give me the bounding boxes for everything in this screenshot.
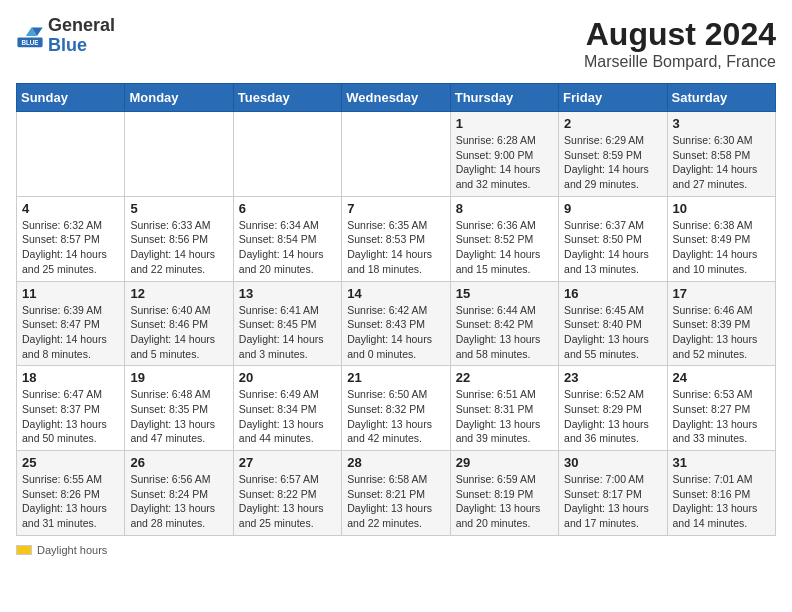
day-number: 3 (673, 116, 770, 131)
day-info: Sunrise: 6:42 AM Sunset: 8:43 PM Dayligh… (347, 303, 444, 362)
day-number: 28 (347, 455, 444, 470)
calendar-cell-2-0: 11Sunrise: 6:39 AM Sunset: 8:47 PM Dayli… (17, 281, 125, 366)
header-wednesday: Wednesday (342, 84, 450, 112)
day-info: Sunrise: 7:00 AM Sunset: 8:17 PM Dayligh… (564, 472, 661, 531)
day-info: Sunrise: 6:50 AM Sunset: 8:32 PM Dayligh… (347, 387, 444, 446)
day-number: 19 (130, 370, 227, 385)
legend: Daylight hours (16, 544, 776, 556)
day-info: Sunrise: 6:39 AM Sunset: 8:47 PM Dayligh… (22, 303, 119, 362)
calendar-cell-1-5: 9Sunrise: 6:37 AM Sunset: 8:50 PM Daylig… (559, 196, 667, 281)
day-info: Sunrise: 6:47 AM Sunset: 8:37 PM Dayligh… (22, 387, 119, 446)
day-info: Sunrise: 6:29 AM Sunset: 8:59 PM Dayligh… (564, 133, 661, 192)
calendar-cell-1-6: 10Sunrise: 6:38 AM Sunset: 8:49 PM Dayli… (667, 196, 775, 281)
day-info: Sunrise: 6:40 AM Sunset: 8:46 PM Dayligh… (130, 303, 227, 362)
day-number: 16 (564, 286, 661, 301)
logo-general-text: General (48, 15, 115, 35)
day-info: Sunrise: 6:33 AM Sunset: 8:56 PM Dayligh… (130, 218, 227, 277)
day-number: 13 (239, 286, 336, 301)
header-sunday: Sunday (17, 84, 125, 112)
header-monday: Monday (125, 84, 233, 112)
calendar-cell-4-5: 30Sunrise: 7:00 AM Sunset: 8:17 PM Dayli… (559, 451, 667, 536)
day-number: 1 (456, 116, 553, 131)
day-number: 30 (564, 455, 661, 470)
calendar-table: SundayMondayTuesdayWednesdayThursdayFrid… (16, 83, 776, 536)
calendar-cell-0-2 (233, 112, 341, 197)
calendar-cell-1-3: 7Sunrise: 6:35 AM Sunset: 8:53 PM Daylig… (342, 196, 450, 281)
calendar-cell-0-5: 2Sunrise: 6:29 AM Sunset: 8:59 PM Daylig… (559, 112, 667, 197)
day-info: Sunrise: 7:01 AM Sunset: 8:16 PM Dayligh… (673, 472, 770, 531)
day-info: Sunrise: 6:58 AM Sunset: 8:21 PM Dayligh… (347, 472, 444, 531)
day-number: 15 (456, 286, 553, 301)
day-number: 26 (130, 455, 227, 470)
calendar-cell-0-6: 3Sunrise: 6:30 AM Sunset: 8:58 PM Daylig… (667, 112, 775, 197)
calendar-cell-4-4: 29Sunrise: 6:59 AM Sunset: 8:19 PM Dayli… (450, 451, 558, 536)
day-number: 31 (673, 455, 770, 470)
header-friday: Friday (559, 84, 667, 112)
day-number: 9 (564, 201, 661, 216)
calendar-cell-2-3: 14Sunrise: 6:42 AM Sunset: 8:43 PM Dayli… (342, 281, 450, 366)
calendar-cell-1-2: 6Sunrise: 6:34 AM Sunset: 8:54 PM Daylig… (233, 196, 341, 281)
calendar-cell-0-0 (17, 112, 125, 197)
calendar-cell-1-1: 5Sunrise: 6:33 AM Sunset: 8:56 PM Daylig… (125, 196, 233, 281)
header-thursday: Thursday (450, 84, 558, 112)
calendar-cell-1-0: 4Sunrise: 6:32 AM Sunset: 8:57 PM Daylig… (17, 196, 125, 281)
day-number: 21 (347, 370, 444, 385)
calendar-cell-0-1 (125, 112, 233, 197)
location-subtitle: Marseille Bompard, France (584, 53, 776, 71)
day-info: Sunrise: 6:34 AM Sunset: 8:54 PM Dayligh… (239, 218, 336, 277)
day-number: 11 (22, 286, 119, 301)
day-info: Sunrise: 6:53 AM Sunset: 8:27 PM Dayligh… (673, 387, 770, 446)
day-number: 18 (22, 370, 119, 385)
calendar-cell-2-4: 15Sunrise: 6:44 AM Sunset: 8:42 PM Dayli… (450, 281, 558, 366)
day-info: Sunrise: 6:41 AM Sunset: 8:45 PM Dayligh… (239, 303, 336, 362)
week-row-1: 1Sunrise: 6:28 AM Sunset: 9:00 PM Daylig… (17, 112, 776, 197)
day-info: Sunrise: 6:51 AM Sunset: 8:31 PM Dayligh… (456, 387, 553, 446)
day-number: 2 (564, 116, 661, 131)
day-number: 8 (456, 201, 553, 216)
day-number: 7 (347, 201, 444, 216)
calendar-cell-2-1: 12Sunrise: 6:40 AM Sunset: 8:46 PM Dayli… (125, 281, 233, 366)
header-saturday: Saturday (667, 84, 775, 112)
day-info: Sunrise: 6:55 AM Sunset: 8:26 PM Dayligh… (22, 472, 119, 531)
legend-label: Daylight hours (37, 544, 107, 556)
day-info: Sunrise: 6:52 AM Sunset: 8:29 PM Dayligh… (564, 387, 661, 446)
calendar-cell-3-2: 20Sunrise: 6:49 AM Sunset: 8:34 PM Dayli… (233, 366, 341, 451)
calendar-cell-3-5: 23Sunrise: 6:52 AM Sunset: 8:29 PM Dayli… (559, 366, 667, 451)
calendar-cell-0-3 (342, 112, 450, 197)
calendar-cell-4-3: 28Sunrise: 6:58 AM Sunset: 8:21 PM Dayli… (342, 451, 450, 536)
calendar-cell-3-0: 18Sunrise: 6:47 AM Sunset: 8:37 PM Dayli… (17, 366, 125, 451)
calendar-cell-2-2: 13Sunrise: 6:41 AM Sunset: 8:45 PM Dayli… (233, 281, 341, 366)
calendar-cell-3-4: 22Sunrise: 6:51 AM Sunset: 8:31 PM Dayli… (450, 366, 558, 451)
logo-icon: BLUE (16, 22, 44, 50)
header-tuesday: Tuesday (233, 84, 341, 112)
day-number: 17 (673, 286, 770, 301)
calendar-cell-0-4: 1Sunrise: 6:28 AM Sunset: 9:00 PM Daylig… (450, 112, 558, 197)
day-number: 24 (673, 370, 770, 385)
day-number: 14 (347, 286, 444, 301)
day-info: Sunrise: 6:30 AM Sunset: 8:58 PM Dayligh… (673, 133, 770, 192)
day-info: Sunrise: 6:48 AM Sunset: 8:35 PM Dayligh… (130, 387, 227, 446)
calendar-cell-1-4: 8Sunrise: 6:36 AM Sunset: 8:52 PM Daylig… (450, 196, 558, 281)
legend-color-box (16, 545, 32, 555)
title-block: August 2024 Marseille Bompard, France (584, 16, 776, 71)
day-info: Sunrise: 6:56 AM Sunset: 8:24 PM Dayligh… (130, 472, 227, 531)
day-info: Sunrise: 6:49 AM Sunset: 8:34 PM Dayligh… (239, 387, 336, 446)
calendar-cell-3-1: 19Sunrise: 6:48 AM Sunset: 8:35 PM Dayli… (125, 366, 233, 451)
calendar-cell-4-2: 27Sunrise: 6:57 AM Sunset: 8:22 PM Dayli… (233, 451, 341, 536)
month-year-title: August 2024 (584, 16, 776, 53)
logo-text: General Blue (48, 16, 115, 56)
page-header: BLUE General Blue August 2024 Marseille … (16, 16, 776, 71)
logo-blue-text: Blue (48, 35, 87, 55)
day-number: 5 (130, 201, 227, 216)
calendar-cell-4-1: 26Sunrise: 6:56 AM Sunset: 8:24 PM Dayli… (125, 451, 233, 536)
day-info: Sunrise: 6:37 AM Sunset: 8:50 PM Dayligh… (564, 218, 661, 277)
calendar-header-row: SundayMondayTuesdayWednesdayThursdayFrid… (17, 84, 776, 112)
day-info: Sunrise: 6:46 AM Sunset: 8:39 PM Dayligh… (673, 303, 770, 362)
calendar-footer: Daylight hours (16, 544, 776, 556)
week-row-3: 11Sunrise: 6:39 AM Sunset: 8:47 PM Dayli… (17, 281, 776, 366)
week-row-4: 18Sunrise: 6:47 AM Sunset: 8:37 PM Dayli… (17, 366, 776, 451)
day-number: 27 (239, 455, 336, 470)
day-info: Sunrise: 6:45 AM Sunset: 8:40 PM Dayligh… (564, 303, 661, 362)
day-number: 10 (673, 201, 770, 216)
day-info: Sunrise: 6:57 AM Sunset: 8:22 PM Dayligh… (239, 472, 336, 531)
